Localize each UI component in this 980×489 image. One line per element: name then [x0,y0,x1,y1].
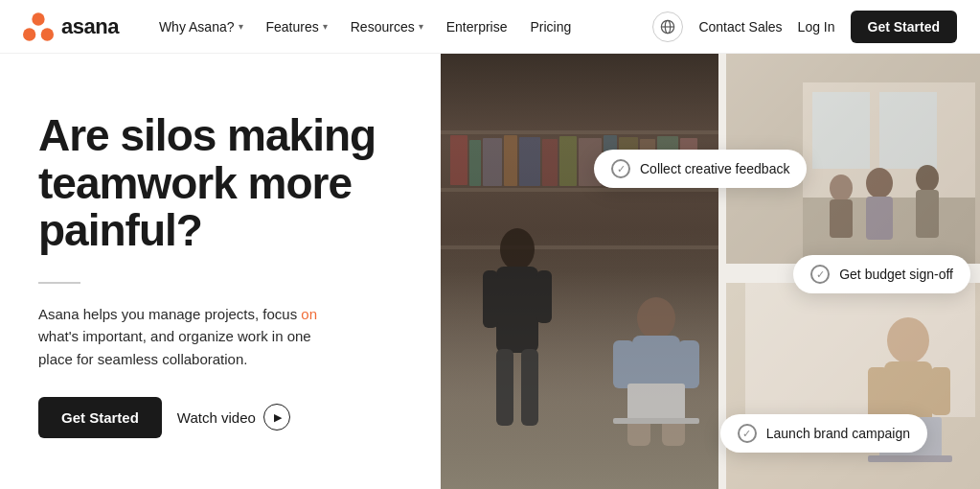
svg-rect-6 [441,130,718,134]
svg-point-49 [887,317,929,363]
asana-logo-icon [23,12,54,41]
svg-rect-12 [504,135,517,186]
check-icon: ✓ [738,424,757,443]
check-icon: ✓ [611,159,630,178]
svg-rect-52 [931,367,950,415]
hero-bottom-right-image [726,283,980,489]
svg-rect-44 [866,197,893,240]
svg-rect-26 [496,349,513,426]
task-card-launch: ✓ Launch brand campaign [720,414,927,453]
hero-right-panel: ✓ Collect creative feedback ✓ Get budget… [441,54,980,489]
svg-point-22 [500,228,535,270]
svg-point-28 [637,297,675,339]
nav-why-asana[interactable]: Why Asana? ▾ [149,13,253,40]
svg-rect-9 [450,135,467,185]
svg-rect-54 [868,455,952,462]
svg-rect-39 [812,92,870,169]
svg-rect-11 [483,138,502,186]
watch-video-button[interactable]: Watch video ▶ [177,404,290,431]
svg-rect-27 [521,349,538,426]
svg-rect-7 [441,188,718,192]
hero-headline: Are silos making teamwork more painful? [38,112,402,255]
navigation: asana Why Asana? ▾ Features ▾ Resources … [0,0,980,54]
svg-rect-34 [627,384,685,420]
nav-get-started-button[interactable]: Get Started [851,11,957,43]
get-started-button[interactable]: Get Started [38,397,162,438]
svg-point-0 [32,12,44,25]
check-icon: ✓ [810,265,830,284]
nav-pricing[interactable]: Pricing [520,13,581,40]
svg-rect-14 [542,139,558,186]
svg-rect-13 [519,137,540,186]
hero-left-panel: Are silos making teamwork more painful? … [0,54,441,489]
svg-point-1 [23,28,35,40]
task-card-collect: ✓ Collect creative feedback [594,150,807,188]
svg-point-41 [830,175,853,201]
svg-rect-24 [483,270,498,328]
hero-actions: Get Started Watch video ▶ [38,397,402,438]
svg-rect-51 [868,367,887,420]
svg-point-2 [41,28,54,40]
nav-resources[interactable]: Resources ▾ [341,13,433,40]
chevron-down-icon: ▾ [323,21,328,32]
svg-rect-15 [559,136,577,186]
svg-rect-30 [613,340,634,388]
login-link[interactable]: Log In [798,19,835,35]
logo[interactable]: asana [23,12,119,41]
hero-subtext: Asana helps you manage projects, focus o… [38,303,335,370]
svg-rect-31 [678,340,699,388]
nav-features[interactable]: Features ▾ [257,13,337,40]
nav-right-actions: Contact Sales Log In Get Started [652,11,957,43]
main-content: Are silos making teamwork more painful? … [0,54,980,489]
play-icon: ▶ [263,404,290,431]
svg-rect-40 [879,92,937,169]
chevron-down-icon: ▾ [419,21,423,32]
globe-icon[interactable] [652,12,683,42]
contact-sales-link[interactable]: Contact Sales [698,19,782,35]
svg-rect-10 [469,140,481,186]
hero-divider [38,282,80,284]
svg-rect-23 [496,267,538,353]
logo-text: asana [61,14,119,39]
hero-main-image [441,54,718,489]
nav-links: Why Asana? ▾ Features ▾ Resources ▾ Ente… [149,13,653,40]
svg-rect-25 [536,270,552,323]
svg-point-45 [916,165,939,192]
svg-point-43 [866,168,893,198]
svg-rect-35 [613,418,699,424]
task-card-budget: ✓ Get budget sign-off [793,255,970,293]
svg-rect-46 [916,190,939,238]
nav-enterprise[interactable]: Enterprise [437,13,517,40]
svg-rect-42 [830,199,853,238]
chevron-down-icon: ▾ [239,21,243,32]
